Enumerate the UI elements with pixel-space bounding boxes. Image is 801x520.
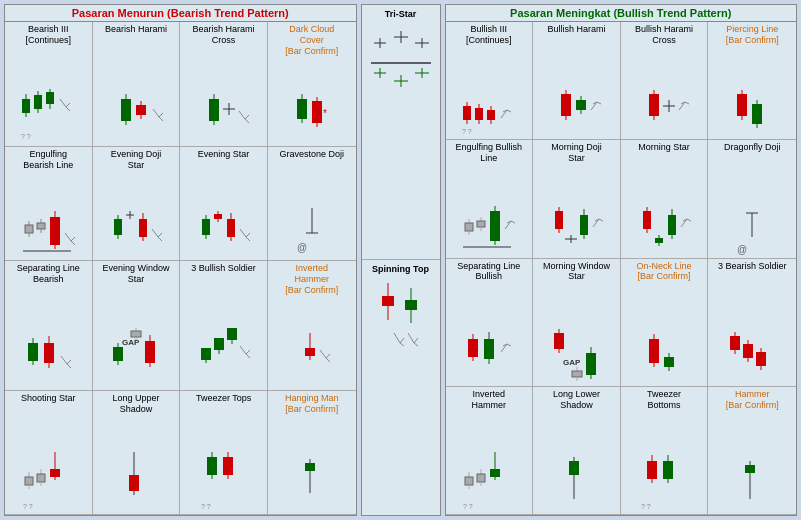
pattern-on-neck: On-Neck Line[Bar Confirm] (621, 259, 709, 387)
svg-text:? ?: ? ? (641, 503, 651, 510)
svg-rect-39 (25, 225, 33, 233)
svg-rect-116 (25, 477, 33, 485)
svg-rect-226 (580, 215, 588, 235)
svg-line-230 (599, 219, 603, 221)
middle-content: Tri-Star (362, 5, 440, 515)
svg-rect-238 (668, 215, 676, 235)
pattern-engulfing-bullish: Engulfing BullishLine (446, 140, 534, 258)
svg-rect-161 (405, 300, 417, 310)
pattern-three-bearish: 3 Bearish Soldier (708, 259, 796, 387)
spinning-top-name: Spinning Top (372, 264, 429, 274)
svg-rect-232 (643, 211, 651, 229)
svg-line-113 (326, 354, 330, 358)
svg-rect-278 (756, 352, 766, 366)
svg-line-74 (246, 237, 250, 241)
svg-line-9 (60, 99, 66, 107)
spinning-top-svg (366, 278, 436, 368)
svg-rect-98 (201, 348, 211, 360)
svg-rect-95 (145, 341, 155, 363)
svg-line-242 (687, 219, 691, 221)
svg-rect-70 (227, 219, 235, 237)
svg-rect-64 (202, 219, 210, 235)
svg-line-166 (408, 333, 414, 343)
svg-text:@: @ (737, 244, 747, 255)
pattern-morning-window: Morning WindowStar GAP (533, 259, 621, 387)
candle-svg: ? ? (18, 89, 78, 144)
svg-rect-101 (214, 338, 224, 350)
svg-rect-88 (113, 347, 123, 361)
svg-rect-247 (468, 339, 478, 357)
svg-line-164 (400, 338, 404, 343)
svg-rect-14 (121, 99, 131, 121)
svg-line-218 (511, 221, 515, 223)
svg-rect-42 (37, 223, 45, 229)
svg-rect-235 (655, 238, 663, 243)
svg-rect-17 (136, 105, 146, 115)
pattern-long-lower-shadow: Long LowerShadow (533, 387, 621, 515)
pattern-tweezer-tops: Tweezer Tops ? ? (180, 391, 268, 515)
svg-rect-82 (44, 343, 54, 363)
pattern-morning-star: Morning Star (621, 140, 709, 258)
bearish-header: Pasaran Menurun (Bearish Trend Pattern) (5, 5, 356, 22)
svg-rect-176 (487, 110, 495, 120)
svg-rect-67 (214, 214, 222, 219)
svg-rect-207 (465, 223, 473, 231)
svg-rect-32 (297, 99, 307, 119)
svg-rect-122 (50, 469, 60, 477)
svg-rect-210 (477, 221, 485, 227)
pattern-engulfing-bearish: EngulfingBearish Line (5, 147, 93, 261)
pattern-bearish-3: Bearish III[Continues] (5, 22, 93, 147)
tristar-cell: Tri-Star (362, 5, 440, 260)
bearish-grid: Bearish III[Continues] (5, 22, 356, 515)
svg-text:? ?: ? ? (462, 128, 472, 135)
svg-line-106 (240, 346, 246, 354)
svg-line-108 (246, 354, 250, 358)
pattern-evening-window: Evening WindowStar GAP (93, 261, 181, 391)
svg-rect-260 (572, 371, 582, 377)
pattern-bearish-harami: Bearish Harami (93, 22, 181, 147)
pattern-dragonfly-doji: Dragonfly Doji @ (708, 140, 796, 258)
pattern-morning-doji: Morning DojiStar (533, 140, 621, 258)
svg-line-85 (67, 360, 71, 364)
pattern-bullish-3: Bullish III[Continues] (446, 22, 534, 140)
pattern-long-upper-shadow: Long UpperShadow (93, 391, 181, 515)
svg-rect-186 (576, 100, 586, 110)
svg-line-167 (414, 338, 418, 343)
svg-line-61 (158, 233, 162, 237)
tristar-name: Tri-Star (385, 9, 417, 19)
svg-rect-52 (114, 219, 122, 235)
svg-line-20 (159, 113, 163, 117)
svg-line-21 (159, 117, 163, 121)
svg-line-28 (239, 111, 245, 119)
svg-text:*: * (323, 108, 327, 119)
pattern-inverted-hammer-bull: InvertedHammer ? ? (446, 387, 534, 515)
svg-rect-250 (484, 339, 494, 359)
svg-line-180 (507, 110, 511, 112)
svg-text:? ?: ? ? (201, 503, 211, 510)
svg-rect-220 (555, 211, 563, 229)
pattern-shooting-star: Shooting Star (5, 391, 93, 515)
pattern-bullish-harami-cross: Bullish HaramiCross (621, 22, 709, 140)
svg-rect-45 (50, 217, 60, 245)
svg-line-73 (246, 233, 250, 237)
svg-rect-266 (649, 339, 659, 363)
bullish-grid: Bullish III[Continues] (446, 22, 797, 515)
svg-rect-58 (139, 219, 147, 237)
svg-rect-213 (490, 211, 500, 241)
pattern-evening-star: Evening Star (180, 147, 268, 261)
svg-rect-35 (312, 101, 322, 123)
svg-rect-7 (46, 92, 54, 104)
pattern-gravestone-doji: Gravestone Doji @ (268, 147, 356, 261)
middle-panel: Tri-Star (361, 4, 441, 516)
svg-line-30 (245, 119, 249, 123)
svg-line-112 (320, 350, 326, 358)
svg-text:? ?: ? ? (21, 133, 31, 140)
svg-text:? ?: ? ? (23, 503, 33, 510)
svg-line-86 (67, 364, 71, 368)
bearish-panel: Pasaran Menurun (Bearish Trend Pattern) … (4, 4, 357, 516)
svg-rect-126 (129, 475, 139, 491)
svg-line-114 (326, 358, 330, 362)
svg-rect-1 (22, 99, 30, 113)
svg-rect-294 (647, 461, 657, 479)
svg-line-49 (71, 237, 75, 241)
